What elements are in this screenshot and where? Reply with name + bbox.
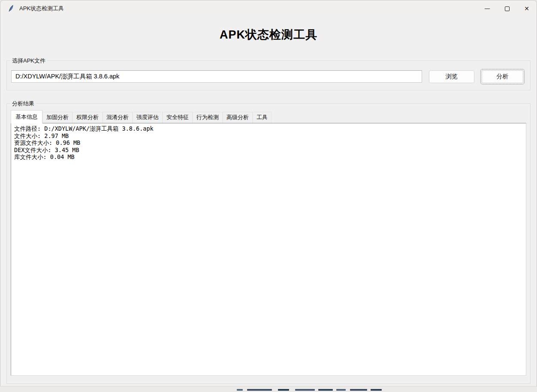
close-button[interactable]: ✕: [517, 0, 537, 17]
tab-permission-analysis[interactable]: 权限分析: [72, 112, 103, 123]
minimize-button[interactable]: ─: [477, 0, 497, 17]
sliver-dash: [295, 389, 315, 391]
sliver-dash: [278, 389, 289, 391]
tk-feather-icon: [7, 5, 15, 12]
result-line-resource-size: 资源文件大小: 0.96 MB: [14, 139, 523, 147]
tab-security-features[interactable]: 安全特征: [163, 112, 193, 123]
sliver-dash: [237, 389, 243, 391]
tab-tools[interactable]: 工具: [253, 112, 272, 123]
sliver-dash: [336, 389, 346, 391]
result-line-file-path: 文件路径: D:/XDYLW/APK/澎湃工具箱 3.8.6.apk: [14, 125, 523, 132]
tab-strength-evaluation[interactable]: 强度评估: [133, 112, 163, 123]
tab-advanced-analysis[interactable]: 高级分析: [223, 112, 253, 123]
maximize-button[interactable]: [497, 0, 517, 17]
minimize-icon: ─: [485, 5, 490, 12]
tab-obfuscation-analysis[interactable]: 混淆分析: [103, 112, 133, 123]
browse-button[interactable]: 浏览: [429, 70, 474, 83]
sliver-dash: [350, 389, 367, 391]
apk-path-input[interactable]: [11, 70, 422, 83]
tab-basic-info[interactable]: 基本信息: [11, 110, 42, 123]
titlebar: APK状态检测工具 ─ ✕: [0, 0, 537, 17]
analyze-button[interactable]: 分析: [482, 70, 523, 83]
window-controls: ─ ✕: [477, 0, 537, 17]
result-line-lib-size: 库文件大小: 0.04 MB: [14, 153, 523, 161]
result-line-dex-size: DEX文件大小: 3.45 MB: [14, 147, 523, 154]
window-title: APK状态检测工具: [19, 5, 64, 12]
tab-packer-analysis[interactable]: 加固分析: [42, 112, 72, 123]
sliver-dash: [318, 389, 333, 391]
tab-behavior-detection[interactable]: 行为检测: [193, 112, 223, 123]
app-window: APK状态检测工具 ─ ✕ APK状态检测工具 选择APK文件 浏览 分析 分析…: [0, 0, 537, 386]
file-select-frame-label: 选择APK文件: [10, 57, 47, 64]
file-select-frame: 选择APK文件 浏览 分析: [6, 60, 531, 90]
background-taskbar-sliver: [0, 386, 537, 392]
sliver-dash: [371, 389, 382, 391]
results-frame-label: 分析结果: [10, 100, 36, 107]
analysis-output-textarea[interactable]: 文件路径: D:/XDYLW/APK/澎湃工具箱 3.8.6.apk 文件大小:…: [11, 123, 526, 376]
results-frame: 分析结果 基本信息 加固分析 权限分析 混淆分析 强度评估 安全特征 行为检测 …: [6, 103, 531, 384]
page-title: APK状态检测工具: [0, 27, 537, 42]
result-line-file-size: 文件大小: 2.97 MB: [14, 132, 523, 140]
sliver-dash: [247, 389, 272, 391]
results-tab-bar: 基本信息 加固分析 权限分析 混淆分析 强度评估 安全特征 行为检测 高级分析 …: [11, 112, 526, 123]
close-icon: ✕: [524, 5, 529, 12]
maximize-icon: [505, 6, 510, 11]
